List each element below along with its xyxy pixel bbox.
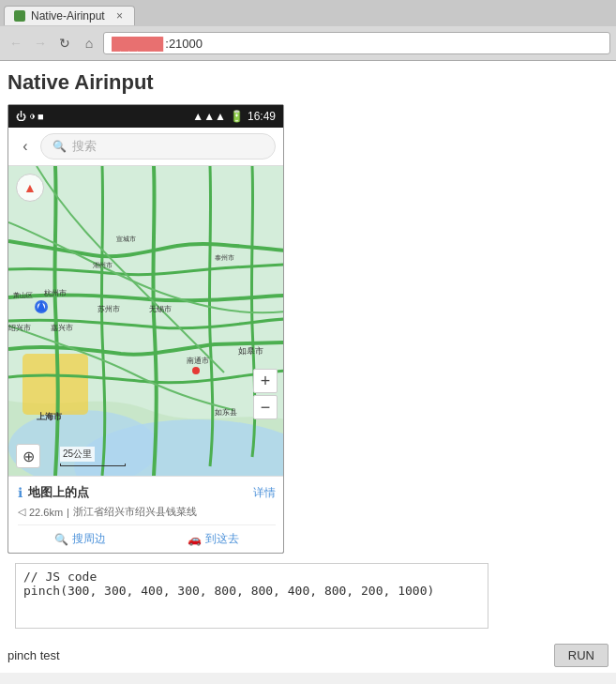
android-back-button[interactable]: ‹	[16, 138, 35, 155]
address-bar[interactable]: ██████ :21000	[103, 32, 610, 54]
page-content: Native Airinput ⏻ ◑ ■ ▲▲▲ 🔋 16:49 ‹ 🔍 搜索	[0, 61, 616, 638]
android-status-bar: ⏻ ◑ ■ ▲▲▲ 🔋 16:49	[8, 105, 283, 128]
zoom-in-button[interactable]: +	[253, 369, 278, 393]
navigate-button[interactable]: 🚗 到这去	[152, 531, 277, 547]
back-button[interactable]: ←	[6, 33, 26, 53]
android-search-input[interactable]: 🔍 搜索	[40, 133, 276, 160]
browser-chrome: Native-Airinput × ← → ↻ ⌂ ██████ :21000	[0, 0, 616, 61]
status-right: ▲▲▲ 🔋 16:49	[192, 110, 276, 123]
svg-text:泰州市: 泰州市	[215, 254, 234, 261]
compass-icon: ▲	[23, 180, 37, 195]
code-section	[8, 563, 608, 629]
svg-point-20	[192, 367, 200, 374]
search-nearby-button[interactable]: 🔍 搜周边	[18, 531, 143, 547]
search-nearby-icon: 🔍	[54, 533, 68, 546]
search-nearby-label: 搜周边	[72, 531, 106, 547]
info-panel: ℹ 地图上的点 详情 ◁ 22.6km | 浙江省绍兴市绍兴县钱菜线 🔍 搜周边…	[8, 476, 284, 553]
tab-bar: Native-Airinput ×	[0, 0, 616, 26]
signal-icon: ▲▲▲	[192, 110, 226, 123]
reload-button[interactable]: ↻	[54, 33, 75, 53]
svg-text:湖州市: 湖州市	[93, 262, 113, 268]
svg-text:杭州市: 杭州市	[43, 289, 67, 297]
svg-text:萧山区: 萧山区	[13, 292, 33, 299]
location-text: 浙江省绍兴市绍兴县钱菜线	[73, 505, 197, 519]
map-add-button[interactable]: ⊕	[16, 444, 40, 468]
zoom-out-button[interactable]: −	[253, 395, 278, 419]
distance-text: 22.6km	[29, 507, 63, 518]
info-circle-icon: ℹ	[18, 485, 23, 500]
svg-text:无锡市: 无锡市	[149, 305, 172, 313]
search-icon: 🔍	[53, 140, 67, 153]
info-title: 地图上的点	[28, 484, 89, 501]
code-textarea[interactable]	[15, 563, 488, 629]
svg-text:如皋市: 如皋市	[238, 346, 263, 356]
svg-text:上海市: 上海市	[37, 411, 63, 421]
bottom-bar: pinch test RUN	[0, 638, 616, 673]
navigate-icon: 🚗	[188, 533, 202, 546]
add-icon: ⊕	[23, 448, 35, 465]
browser-toolbar: ← → ↻ ⌂ ██████ :21000	[0, 26, 616, 60]
scale-line	[60, 464, 126, 466]
map-scale-bar: 25公里	[60, 447, 126, 466]
android-search-bar: ‹ 🔍 搜索	[8, 128, 283, 166]
info-header: ℹ 地图上的点 详情	[18, 484, 276, 501]
tab-favicon	[14, 10, 25, 22]
run-button[interactable]: RUN	[554, 644, 608, 667]
browser-tab[interactable]: Native-Airinput ×	[4, 6, 135, 25]
map-svg: 上海市 嘉兴市 苏州市 杭州市 无锡市 南通市 如皋市 如东县 绍兴市 萧山区 …	[8, 166, 284, 476]
separator: |	[67, 507, 69, 518]
time-display: 16:49	[248, 110, 276, 123]
address-suffix: :21000	[165, 37, 203, 51]
map-zoom-controls: + −	[253, 369, 278, 419]
map-container[interactable]: 上海市 嘉兴市 苏州市 杭州市 无锡市 南通市 如皋市 如东县 绍兴市 萧山区 …	[8, 166, 284, 476]
svg-text:宣城市: 宣城市	[116, 236, 136, 242]
info-detail-link[interactable]: 详情	[253, 485, 276, 501]
map-compass[interactable]: ▲	[16, 174, 44, 202]
search-placeholder: 搜索	[72, 138, 97, 155]
svg-text:苏州市: 苏州市	[98, 305, 120, 313]
address-redacted: ██████	[112, 37, 163, 51]
status-left-icons: ⏻ ◑ ■	[16, 111, 44, 122]
home-button[interactable]: ⌂	[79, 33, 99, 53]
forward-button[interactable]: →	[30, 33, 51, 53]
svg-text:绍兴市: 绍兴市	[8, 324, 31, 332]
tab-title: Native-Airinput	[31, 9, 109, 23]
svg-text:如东县: 如东县	[215, 408, 237, 417]
scale-label: 25公里	[60, 447, 95, 462]
android-device: ⏻ ◑ ■ ▲▲▲ 🔋 16:49 ‹ 🔍 搜索	[8, 104, 284, 554]
info-title-row: ℹ 地图上的点	[18, 484, 89, 501]
status-icons: ⏻ ◑ ■	[16, 111, 44, 122]
svg-text:南通市: 南通市	[187, 357, 209, 365]
svg-text:嘉兴市: 嘉兴市	[51, 324, 73, 332]
page-title: Native Airinput	[8, 70, 608, 95]
tab-close-icon[interactable]: ×	[114, 9, 125, 23]
pinch-test-label: pinch test	[8, 648, 60, 662]
direction-icon: ◁	[18, 506, 25, 518]
svg-rect-3	[23, 354, 88, 415]
info-actions: 🔍 搜周边 🚗 到这去	[18, 524, 276, 547]
info-distance-row: ◁ 22.6km | 浙江省绍兴市绍兴县钱菜线	[18, 505, 276, 519]
navigate-label: 到这去	[205, 531, 239, 547]
battery-icon: 🔋	[230, 110, 244, 123]
